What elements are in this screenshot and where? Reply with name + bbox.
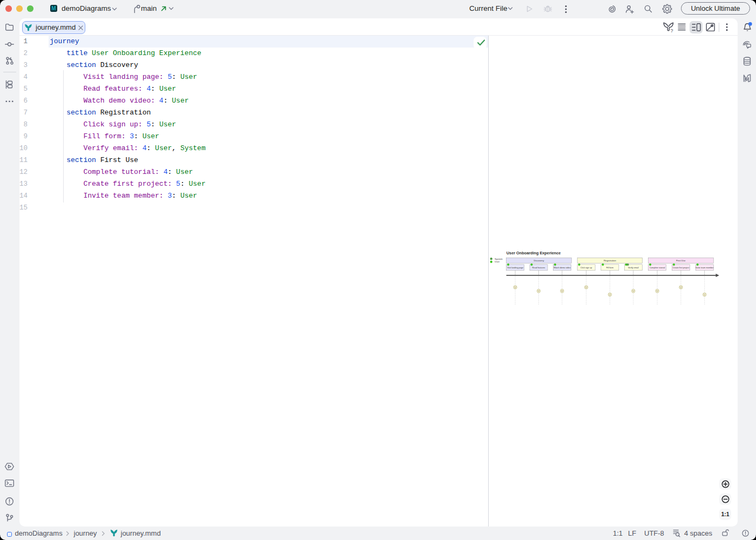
svg-text:User Onboarding Experience: User Onboarding Experience [507,251,561,255]
svg-text:Watch demo video: Watch demo video [554,267,570,269]
svg-text:M: M [51,5,56,11]
svg-text:Read features: Read features [532,267,545,269]
svg-text:Complete tutorial: Complete tutorial [650,267,665,269]
svg-text:?: ? [671,28,673,33]
svg-text:User: User [495,260,500,263]
svg-text:Registration: Registration [604,259,617,262]
svg-text:Visit landing page: Visit landing page [507,267,523,269]
svg-text:Verify email: Verify email [628,267,639,269]
svg-text:Click sign up: Click sign up [580,267,592,269]
svg-text:Discovery: Discovery [534,259,544,262]
svg-text:Invite team member: Invite team member [696,267,714,269]
svg-text:Create first project: Create first project [672,267,690,269]
svg-text:Fill form: Fill form [606,267,614,269]
svg-text:First Use: First Use [676,259,686,262]
svg-text:System: System [495,258,503,260]
